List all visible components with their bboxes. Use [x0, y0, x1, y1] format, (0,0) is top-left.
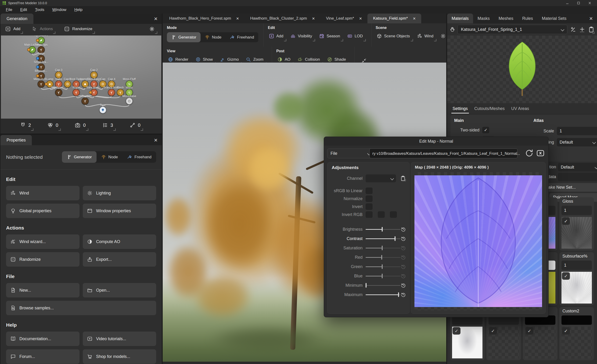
graph-node-root_twigs[interactable] — [73, 81, 80, 88]
clear-path-icon[interactable] — [536, 149, 545, 158]
scale-input[interactable]: 1 — [557, 127, 597, 135]
menu-edit[interactable]: Edit — [16, 8, 31, 12]
slider-thumb[interactable] — [398, 292, 399, 297]
slider-thumb[interactable] — [382, 264, 383, 269]
sub-tab-uv-areas[interactable]: UV Areas — [509, 104, 532, 113]
slider-thumb[interactable] — [381, 255, 382, 260]
partial-select[interactable]: Default — [558, 163, 597, 171]
map-enabled-checkbox[interactable] — [562, 327, 570, 334]
graph-node-bare_twigs[interactable] — [90, 81, 97, 88]
mode-node[interactable]: Node — [201, 32, 226, 42]
wind-button[interactable]: Wind — [6, 186, 79, 200]
materials-tab-rules[interactable]: Rules — [518, 14, 537, 23]
document-tab[interactable]: Hawthorn_Black_Hero_Forest.spm — [164, 14, 244, 23]
wind-button[interactable]: Wind — [416, 32, 437, 42]
map-card-thumbnail[interactable] — [525, 327, 555, 358]
graph-node-cap3[interactable] — [55, 71, 62, 79]
map-enabled-checkbox[interactable] — [489, 327, 497, 334]
open-button[interactable]: Open... — [83, 283, 156, 297]
menu-window[interactable]: Window — [48, 8, 70, 12]
reset-history-icon[interactable] — [401, 245, 406, 251]
generation-graph-canvas[interactable]: Tip LeavesMain LeavesTwigs TipsTwigsSmal… — [1, 36, 161, 119]
stat-camera[interactable]: 0 — [74, 121, 88, 131]
map-card-thumbnail[interactable] — [561, 272, 592, 303]
slider-blue[interactable] — [366, 273, 401, 279]
map-path-input[interactable]: ry v10/Broadleaves/Katsura/Leaves/Katsur… — [369, 149, 518, 158]
map-card-gloss[interactable]: Gloss1 — [559, 197, 594, 250]
materials-tab-meshes[interactable]: Meshes — [494, 14, 518, 23]
tab-close-icon[interactable] — [312, 16, 315, 21]
graph-node-cap5[interactable] — [64, 81, 71, 88]
map-card-subsurface-[interactable]: Subsurface%1 — [559, 252, 594, 305]
graph-node-moss[interactable] — [126, 89, 133, 96]
slider-brightness[interactable] — [366, 226, 401, 232]
map-card-thumbnail[interactable] — [561, 217, 592, 249]
reset-history-icon[interactable] — [401, 226, 406, 232]
map-card-custom2[interactable]: Custom2 — [559, 307, 594, 360]
sub-tab-settings[interactable]: Settings — [450, 104, 470, 113]
materials-close-icon[interactable] — [585, 15, 597, 22]
wind-wizard-button[interactable]: Wind wizard... — [6, 235, 79, 249]
graph-node-roots[interactable] — [73, 89, 80, 96]
map-enabled-checkbox[interactable] — [562, 272, 570, 280]
properties-close-icon[interactable] — [150, 136, 162, 144]
slider-saturation[interactable] — [366, 245, 401, 251]
map-card-value[interactable]: 1 — [561, 206, 592, 215]
menu-help[interactable]: Help — [70, 8, 86, 12]
slider-thumb[interactable] — [382, 227, 383, 232]
generation-panel-tab[interactable]: Generation — [0, 14, 33, 24]
document-tab[interactable]: Katsura_Field.spm* — [368, 14, 421, 23]
stat-node-link[interactable]: 0 — [129, 121, 143, 131]
graph-node-trunk[interactable] — [82, 98, 89, 105]
invert-rgb-checkbox[interactable] — [390, 211, 397, 218]
graph-node-tree[interactable] — [99, 106, 106, 114]
map-card-thumbnail[interactable] — [452, 327, 482, 358]
make-new-set-button[interactable]: Make New Set... — [541, 183, 597, 192]
edit-material-list-icon[interactable] — [570, 25, 576, 34]
reset-history-icon[interactable] — [401, 235, 406, 242]
browse-samples-button[interactable]: Browse samples... — [6, 301, 156, 315]
randomize-button[interactable]: Randomize — [63, 25, 95, 34]
menu-file[interactable]: File — [2, 8, 16, 12]
minimize-button[interactable] — [566, 2, 569, 4]
adjustment-checkbox[interactable] — [366, 203, 373, 210]
graph-node-moss_base[interactable] — [126, 98, 133, 105]
handling-select[interactable]: Default — [557, 138, 597, 146]
lod-button[interactable]: LOD — [346, 32, 366, 42]
graph-node-moss_fluff[interactable] — [126, 81, 133, 88]
slider-thumb[interactable] — [395, 236, 395, 241]
material-preview[interactable] — [447, 36, 597, 103]
adjustment-checkbox[interactable] — [366, 188, 373, 194]
invert-rgb-checkbox[interactable] — [366, 211, 373, 218]
stat-magnet[interactable]: 2 — [19, 121, 34, 131]
reset-history-icon[interactable] — [401, 254, 406, 260]
graph-node-lump2[interactable] — [82, 81, 89, 88]
materials-tab-materials[interactable]: Materials — [447, 14, 473, 23]
document-tab[interactable]: Hawthorn_Black_Cluster_2.spm — [244, 14, 321, 23]
graph-settings-button[interactable] — [149, 25, 157, 34]
video-tutorials-button[interactable]: Video tutorials... — [83, 332, 156, 346]
slider-contrast[interactable] — [366, 235, 401, 242]
pan-hand-icon[interactable] — [449, 27, 455, 32]
materials-tab-material-sets[interactable]: Material Sets — [537, 14, 571, 23]
menu-tools[interactable]: Tools — [31, 8, 48, 12]
map-enabled-checkbox[interactable] — [562, 217, 570, 225]
global-properties-button[interactable]: Global properties — [6, 204, 79, 218]
forum-button[interactable]: Forum... — [6, 349, 79, 364]
invert-rgb-checkbox[interactable] — [378, 211, 385, 218]
slider-thumb[interactable] — [366, 283, 367, 288]
two-sided-checkbox[interactable] — [482, 127, 489, 133]
randomize-button[interactable]: Randomize — [6, 252, 79, 267]
mode-node[interactable]: Node — [96, 151, 123, 163]
add-material-icon[interactable] — [579, 25, 586, 34]
compute-ao-button[interactable]: Compute AO — [83, 235, 156, 249]
visibility-button[interactable]: Visibility — [289, 32, 315, 42]
add-button[interactable]: Add — [268, 32, 287, 42]
map-card-thumbnail[interactable] — [488, 327, 519, 358]
graph-node-cap_[interactable] — [99, 81, 106, 88]
slider-green[interactable] — [366, 264, 401, 270]
material-select[interactable]: Katsura_Leaf_Front_Spring_1_1 — [457, 25, 567, 34]
graph-node-big_branc[interactable] — [55, 89, 62, 96]
shop-for-models-button[interactable]: Shop for models... — [83, 349, 156, 364]
reset-history-icon[interactable] — [401, 282, 406, 288]
